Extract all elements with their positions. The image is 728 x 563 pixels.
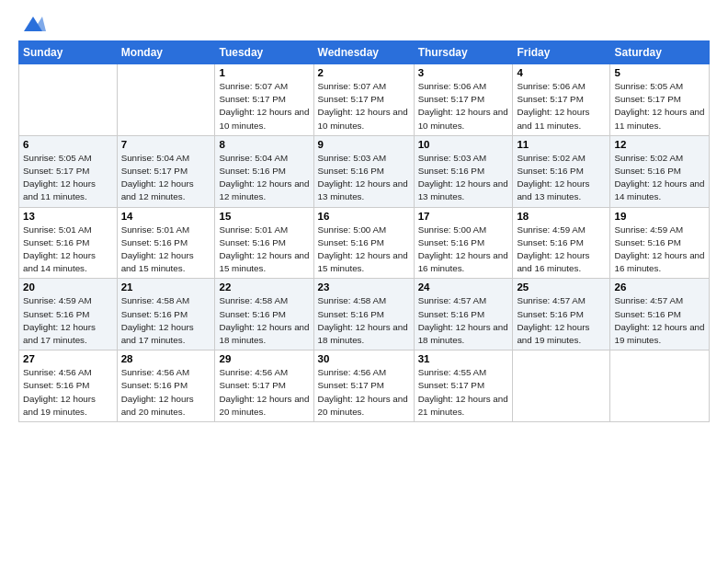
calendar-cell: 23Sunrise: 4:58 AM Sunset: 5:16 PM Dayli… xyxy=(313,279,414,350)
calendar-week-row: 13Sunrise: 5:01 AM Sunset: 5:16 PM Dayli… xyxy=(19,207,710,279)
calendar-cell: 9Sunrise: 5:03 AM Sunset: 5:16 PM Daylig… xyxy=(313,135,414,207)
day-number: 8 xyxy=(219,139,309,150)
day-info: Sunrise: 5:06 AM Sunset: 5:17 PM Dayligh… xyxy=(418,80,509,132)
calendar-cell xyxy=(19,64,118,136)
calendar-cell: 25Sunrise: 4:57 AM Sunset: 5:16 PM Dayli… xyxy=(513,279,610,350)
calendar-cell: 6Sunrise: 5:05 AM Sunset: 5:17 PM Daylig… xyxy=(19,135,118,207)
day-number: 14 xyxy=(121,211,211,222)
day-number: 5 xyxy=(614,67,705,78)
day-number: 7 xyxy=(121,139,211,150)
calendar-cell xyxy=(117,64,215,136)
calendar-cell: 28Sunrise: 4:56 AM Sunset: 5:16 PM Dayli… xyxy=(117,350,215,422)
calendar-cell: 1Sunrise: 5:07 AM Sunset: 5:17 PM Daylig… xyxy=(215,64,313,136)
calendar-week-row: 6Sunrise: 5:05 AM Sunset: 5:17 PM Daylig… xyxy=(19,135,710,207)
day-number: 17 xyxy=(418,211,509,222)
day-info: Sunrise: 5:05 AM Sunset: 5:17 PM Dayligh… xyxy=(23,152,113,204)
calendar-week-row: 27Sunrise: 4:56 AM Sunset: 5:16 PM Dayli… xyxy=(19,350,710,422)
day-info: Sunrise: 4:57 AM Sunset: 5:16 PM Dayligh… xyxy=(517,294,606,347)
day-info: Sunrise: 5:07 AM Sunset: 5:17 PM Dayligh… xyxy=(219,80,309,132)
day-info: Sunrise: 5:01 AM Sunset: 5:16 PM Dayligh… xyxy=(23,224,113,276)
calendar-cell xyxy=(513,350,610,422)
calendar-day-header: Monday xyxy=(117,41,215,64)
calendar-cell: 7Sunrise: 5:04 AM Sunset: 5:17 PM Daylig… xyxy=(117,135,215,207)
calendar-cell: 13Sunrise: 5:01 AM Sunset: 5:16 PM Dayli… xyxy=(19,207,118,279)
calendar-cell: 11Sunrise: 5:02 AM Sunset: 5:16 PM Dayli… xyxy=(513,135,610,207)
day-info: Sunrise: 4:59 AM Sunset: 5:16 PM Dayligh… xyxy=(23,294,113,347)
day-number: 21 xyxy=(121,282,211,293)
day-number: 1 xyxy=(219,67,309,78)
day-number: 23 xyxy=(318,282,410,293)
calendar-cell: 20Sunrise: 4:59 AM Sunset: 5:16 PM Dayli… xyxy=(19,279,118,350)
calendar-cell: 31Sunrise: 4:55 AM Sunset: 5:17 PM Dayli… xyxy=(414,350,513,422)
calendar-cell: 17Sunrise: 5:00 AM Sunset: 5:16 PM Dayli… xyxy=(414,207,513,279)
day-info: Sunrise: 5:01 AM Sunset: 5:16 PM Dayligh… xyxy=(219,224,309,276)
day-number: 31 xyxy=(418,353,509,364)
day-info: Sunrise: 5:03 AM Sunset: 5:16 PM Dayligh… xyxy=(318,152,410,204)
day-number: 10 xyxy=(418,139,509,150)
calendar-cell: 2Sunrise: 5:07 AM Sunset: 5:17 PM Daylig… xyxy=(313,64,414,136)
day-number: 20 xyxy=(23,282,113,293)
calendar-cell: 16Sunrise: 5:00 AM Sunset: 5:16 PM Dayli… xyxy=(313,207,414,279)
calendar-week-row: 1Sunrise: 5:07 AM Sunset: 5:17 PM Daylig… xyxy=(19,64,710,136)
calendar-day-header: Tuesday xyxy=(215,41,313,64)
day-number: 4 xyxy=(517,67,606,78)
day-info: Sunrise: 5:01 AM Sunset: 5:16 PM Dayligh… xyxy=(121,224,211,276)
logo-icon xyxy=(20,15,46,35)
day-number: 19 xyxy=(614,211,705,222)
day-info: Sunrise: 5:06 AM Sunset: 5:17 PM Dayligh… xyxy=(517,80,606,132)
calendar-cell: 22Sunrise: 4:58 AM Sunset: 5:16 PM Dayli… xyxy=(215,279,313,350)
day-number: 16 xyxy=(318,211,410,222)
calendar-cell: 19Sunrise: 4:59 AM Sunset: 5:16 PM Dayli… xyxy=(610,207,710,279)
calendar-cell: 30Sunrise: 4:56 AM Sunset: 5:17 PM Dayli… xyxy=(313,350,414,422)
day-info: Sunrise: 5:02 AM Sunset: 5:16 PM Dayligh… xyxy=(614,152,705,204)
day-number: 29 xyxy=(219,353,309,364)
day-info: Sunrise: 4:59 AM Sunset: 5:16 PM Dayligh… xyxy=(614,224,705,276)
calendar-cell: 3Sunrise: 5:06 AM Sunset: 5:17 PM Daylig… xyxy=(414,64,513,136)
calendar-day-header: Saturday xyxy=(610,41,710,64)
day-info: Sunrise: 4:58 AM Sunset: 5:16 PM Dayligh… xyxy=(121,294,211,347)
day-number: 28 xyxy=(121,353,211,364)
day-number: 26 xyxy=(614,282,705,293)
day-number: 11 xyxy=(517,139,606,150)
calendar-day-header: Thursday xyxy=(414,41,513,64)
day-info: Sunrise: 4:59 AM Sunset: 5:16 PM Dayligh… xyxy=(517,224,606,276)
header xyxy=(18,15,710,31)
calendar-cell: 18Sunrise: 4:59 AM Sunset: 5:16 PM Dayli… xyxy=(513,207,610,279)
calendar-day-header: Friday xyxy=(513,41,610,64)
day-number: 24 xyxy=(418,282,509,293)
calendar-cell: 10Sunrise: 5:03 AM Sunset: 5:16 PM Dayli… xyxy=(414,135,513,207)
day-number: 18 xyxy=(517,211,606,222)
day-info: Sunrise: 4:56 AM Sunset: 5:17 PM Dayligh… xyxy=(318,366,410,419)
day-number: 9 xyxy=(318,139,410,150)
page: SundayMondayTuesdayWednesdayThursdayFrid… xyxy=(0,0,728,563)
day-info: Sunrise: 5:03 AM Sunset: 5:16 PM Dayligh… xyxy=(418,152,509,204)
day-info: Sunrise: 4:56 AM Sunset: 5:17 PM Dayligh… xyxy=(219,366,309,419)
day-number: 12 xyxy=(614,139,705,150)
day-number: 27 xyxy=(23,353,113,364)
calendar-day-header: Wednesday xyxy=(313,41,414,64)
day-info: Sunrise: 5:04 AM Sunset: 5:16 PM Dayligh… xyxy=(219,152,309,204)
calendar-body: 1Sunrise: 5:07 AM Sunset: 5:17 PM Daylig… xyxy=(19,64,710,422)
day-number: 25 xyxy=(517,282,606,293)
calendar-cell: 21Sunrise: 4:58 AM Sunset: 5:16 PM Dayli… xyxy=(117,279,215,350)
day-number: 6 xyxy=(23,139,113,150)
calendar-cell: 26Sunrise: 4:57 AM Sunset: 5:16 PM Dayli… xyxy=(610,279,710,350)
day-number: 2 xyxy=(318,67,410,78)
day-number: 3 xyxy=(418,67,509,78)
day-info: Sunrise: 4:58 AM Sunset: 5:16 PM Dayligh… xyxy=(219,294,309,347)
calendar-cell: 15Sunrise: 5:01 AM Sunset: 5:16 PM Dayli… xyxy=(215,207,313,279)
day-info: Sunrise: 4:56 AM Sunset: 5:16 PM Dayligh… xyxy=(121,366,211,419)
day-number: 22 xyxy=(219,282,309,293)
day-info: Sunrise: 5:04 AM Sunset: 5:17 PM Dayligh… xyxy=(121,152,211,204)
calendar-cell: 8Sunrise: 5:04 AM Sunset: 5:16 PM Daylig… xyxy=(215,135,313,207)
calendar-cell: 12Sunrise: 5:02 AM Sunset: 5:16 PM Dayli… xyxy=(610,135,710,207)
calendar-cell: 27Sunrise: 4:56 AM Sunset: 5:16 PM Dayli… xyxy=(19,350,118,422)
day-info: Sunrise: 4:57 AM Sunset: 5:16 PM Dayligh… xyxy=(418,294,509,347)
day-info: Sunrise: 4:57 AM Sunset: 5:16 PM Dayligh… xyxy=(614,294,705,347)
day-info: Sunrise: 5:00 AM Sunset: 5:16 PM Dayligh… xyxy=(318,224,410,276)
day-info: Sunrise: 5:07 AM Sunset: 5:17 PM Dayligh… xyxy=(318,80,410,132)
calendar-table: SundayMondayTuesdayWednesdayThursdayFrid… xyxy=(18,40,710,422)
day-info: Sunrise: 4:58 AM Sunset: 5:16 PM Dayligh… xyxy=(318,294,410,347)
calendar-cell: 14Sunrise: 5:01 AM Sunset: 5:16 PM Dayli… xyxy=(117,207,215,279)
calendar-cell: 29Sunrise: 4:56 AM Sunset: 5:17 PM Dayli… xyxy=(215,350,313,422)
